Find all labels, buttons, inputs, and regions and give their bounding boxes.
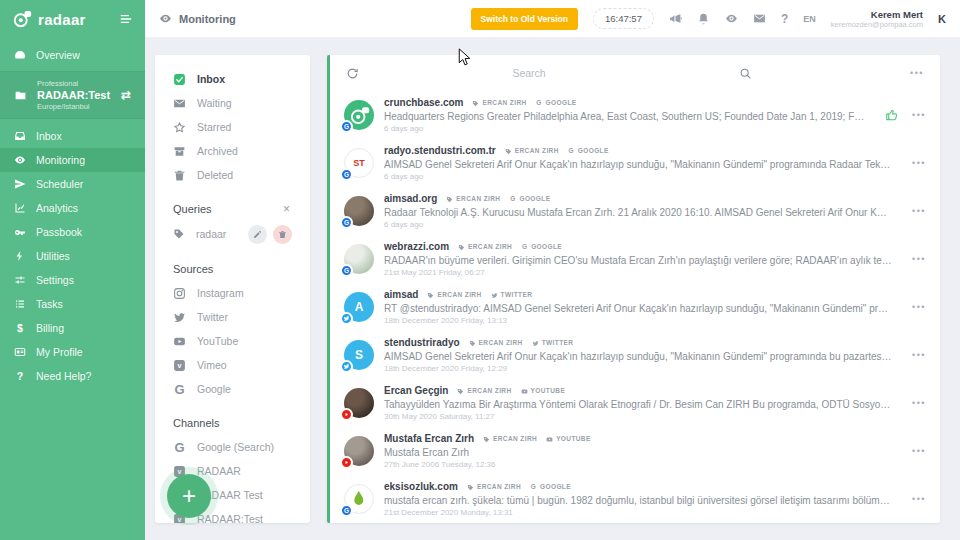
feed-item[interactable]: S stendustriradyo ERCAN ZIRH TWITTER AİM…: [330, 331, 940, 379]
feed-item-actions: •••: [912, 494, 926, 504]
user-menu[interactable]: Kerem Mert keremozden@pompaa.com: [831, 9, 923, 29]
sidebar-item-billing[interactable]: $ Billing: [0, 316, 145, 340]
close-icon[interactable]: ×: [283, 205, 292, 214]
feed-item-more-button[interactable]: •••: [912, 350, 926, 360]
feed-item-query-tag[interactable]: ERCAN ZIRH: [472, 97, 526, 109]
source-filter-youtube[interactable]: YouTube: [155, 329, 310, 353]
feed-item-title[interactable]: eksisozluk.com: [384, 481, 458, 493]
feed-list: G crunchbase.com ERCAN ZIRH GGOOGLE Head…: [330, 91, 940, 523]
feed-item-query-tag[interactable]: ERCAN ZIRH: [457, 385, 511, 397]
sidebar-item-monitoring[interactable]: Monitoring: [0, 148, 145, 172]
source-filter-google[interactable]: G Google: [155, 377, 310, 401]
megaphone-icon[interactable]: [669, 12, 682, 25]
feed-item-more-button[interactable]: •••: [912, 446, 926, 456]
thumbs-up-icon[interactable]: [885, 108, 899, 122]
channel-filter-google-search[interactable]: G Google (Search): [155, 435, 310, 459]
sidebar-item-passbook[interactable]: Passbook: [0, 220, 145, 244]
sidebar-item-label: Settings: [36, 274, 74, 286]
feed-item-title[interactable]: aimsad.org: [384, 193, 437, 205]
feed-item-more-button[interactable]: •••: [912, 254, 926, 264]
workspace-switcher[interactable]: Professional RADAAR:Test Europe/Istanbul…: [0, 71, 145, 119]
switch-to-old-version-button[interactable]: Switch to Old Version: [471, 8, 578, 30]
feed-item-query-tag[interactable]: ERCAN ZIRH: [427, 289, 481, 301]
status-filter-waiting[interactable]: Waiting: [155, 91, 310, 115]
status-filter-inbox[interactable]: Inbox: [155, 67, 310, 91]
feed-item-snippet: Tahayyülden Yazıma Bir Araştırma Yöntemi…: [384, 399, 892, 410]
swap-workspace-icon[interactable]: ⇄: [121, 88, 131, 102]
feed-item[interactable]: G crunchbase.com ERCAN ZIRH GGOOGLE Head…: [330, 91, 940, 139]
feed-item-title[interactable]: Mustafa Ercan Zırh: [384, 433, 474, 445]
feed-item-more-button[interactable]: •••: [912, 398, 926, 408]
feed-item-query-tag[interactable]: ERCAN ZIRH: [483, 433, 537, 445]
query-tag-label: ERCAN ZIRH: [467, 385, 511, 397]
feed-item-body: aimsad.org ERCAN ZIRH GGOOGLE Radaar Tek…: [384, 193, 896, 229]
bell-icon[interactable]: [697, 12, 710, 25]
feed-item[interactable]: Mustafa Ercan Zırh ERCAN ZIRH YOUTUBE Mu…: [330, 427, 940, 475]
feed-item-headline: webrazzi.com ERCAN ZIRH GGOOGLE: [384, 241, 896, 253]
delete-query-button[interactable]: [273, 225, 292, 244]
feed-item-more-button[interactable]: •••: [912, 158, 926, 168]
feed-item-query-tag[interactable]: ERCAN ZIRH: [446, 193, 500, 205]
feed-item-more-button[interactable]: •••: [912, 494, 926, 504]
avatar[interactable]: K: [938, 13, 946, 25]
sidebar-item-overview[interactable]: Overview: [0, 43, 145, 67]
menu-toggle-icon[interactable]: [119, 12, 133, 26]
brand-logo-icon[interactable]: [12, 9, 32, 29]
feed-item-query-tag[interactable]: ERCAN ZIRH: [469, 337, 523, 349]
sidebar-item-analytics[interactable]: Analytics: [0, 196, 145, 220]
brand-wordmark[interactable]: radaar: [38, 11, 86, 28]
feed-item-title[interactable]: stendustriradyo: [384, 337, 460, 349]
source-filter-twitter[interactable]: Twitter: [155, 305, 310, 329]
filter-row-icon: [173, 287, 186, 300]
feed-item-query-tag[interactable]: ERCAN ZIRH: [505, 145, 559, 157]
feed-item-more-button[interactable]: •••: [912, 110, 926, 120]
feed-item-title[interactable]: webrazzi.com: [384, 241, 449, 253]
feed-item[interactable]: Ercan Geçgin ERCAN ZIRH YOUTUBE Tahayyül…: [330, 379, 940, 427]
folder-icon: [14, 89, 27, 102]
eye-icon[interactable]: [725, 12, 738, 25]
sidebar-item-label: Utilities: [36, 250, 70, 262]
tag-icon: [472, 100, 479, 107]
sidebar-item-utilities[interactable]: Utilities: [0, 244, 145, 268]
status-filter-starred[interactable]: Starred: [155, 115, 310, 139]
feed-item[interactable]: G aimsad.org ERCAN ZIRH GGOOGLE Radaar T…: [330, 187, 940, 235]
feed-item-title[interactable]: Ercan Geçgin: [384, 385, 448, 397]
feed-item[interactable]: G eksisozluk.com ERCAN ZIRH GGOOGLE must…: [330, 475, 940, 523]
feed-item-more-button[interactable]: •••: [912, 302, 926, 312]
status-filter-deleted[interactable]: Deleted: [155, 163, 310, 187]
sidebar-item-scheduler[interactable]: Scheduler: [0, 172, 145, 196]
sidebar-item-inbox[interactable]: Inbox: [0, 124, 145, 148]
feed-item-more-button[interactable]: •••: [912, 206, 926, 216]
source-filter-instagram[interactable]: Instagram: [155, 281, 310, 305]
help-icon[interactable]: ?: [781, 12, 788, 26]
feed-item-title[interactable]: crunchbase.com: [384, 97, 463, 109]
query-row[interactable]: radaar: [155, 221, 310, 247]
tag-icon: [483, 436, 490, 443]
search-input[interactable]: [369, 67, 729, 79]
source-filter-vimeo[interactable]: v Vimeo: [155, 353, 310, 377]
feed-item-title[interactable]: radyo.stendustri.com.tr: [384, 145, 496, 157]
sidebar-item-need-help[interactable]: ? Need Help?: [0, 364, 145, 388]
envelope-icon[interactable]: [753, 12, 766, 25]
status-filter-archived[interactable]: Archived: [155, 139, 310, 163]
edit-query-button[interactable]: [248, 225, 267, 244]
language-selector[interactable]: EN: [803, 14, 816, 24]
filter-row-label: Twitter: [197, 311, 228, 323]
sidebar-item-tasks[interactable]: Tasks: [0, 292, 145, 316]
filter-row-icon: [173, 121, 186, 134]
feed-item[interactable]: ST G radyo.stendustri.com.tr ERCAN ZIRH …: [330, 139, 940, 187]
feed-item-query-tag[interactable]: ERCAN ZIRH: [458, 241, 512, 253]
refresh-icon[interactable]: [346, 67, 359, 80]
feed-item-query-tag[interactable]: ERCAN ZIRH: [467, 481, 521, 493]
sidebar-item-label: Analytics: [36, 202, 78, 214]
search-icon[interactable]: [739, 67, 752, 80]
sidebar-item-my-profile[interactable]: My Profile: [0, 340, 145, 364]
feed-item[interactable]: A aimsad ERCAN ZIRH TWITTER RT @stendust…: [330, 283, 940, 331]
add-query-fab-button[interactable]: +: [167, 474, 211, 518]
feed-item-title[interactable]: aimsad: [384, 289, 418, 301]
feed-more-button[interactable]: •••: [910, 68, 924, 78]
feed-item[interactable]: G webrazzi.com ERCAN ZIRH GGOOGLE RADAAR…: [330, 235, 940, 283]
sidebar-item-settings[interactable]: Settings: [0, 268, 145, 292]
source-badge-icon: G: [340, 168, 353, 181]
tag-icon: [505, 148, 512, 155]
